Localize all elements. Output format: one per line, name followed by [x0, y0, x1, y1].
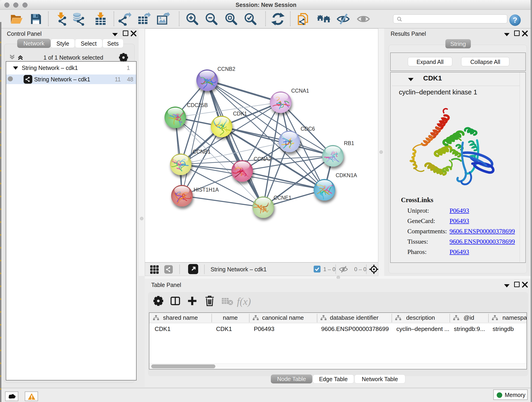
svg-text:CDC25B: CDC25B: [187, 102, 208, 108]
svg-text:CCNB1: CCNB1: [193, 149, 210, 155]
svg-text:?: ?: [513, 16, 517, 24]
svg-text:HIST1H1A: HIST1H1A: [194, 187, 219, 193]
svg-text:CDC6: CDC6: [301, 126, 315, 132]
svg-text:CCNB2: CCNB2: [217, 66, 235, 72]
svg-text:RB1: RB1: [344, 140, 354, 146]
svg-text:CDKN1A: CDKN1A: [336, 172, 357, 178]
svg-text:CCNE1: CCNE1: [273, 195, 291, 201]
svg-text:CCNA1: CCNA1: [291, 88, 309, 94]
svg-text:CCNA2: CCNA2: [254, 156, 272, 162]
svg-text:CDK1: CDK1: [233, 111, 247, 117]
